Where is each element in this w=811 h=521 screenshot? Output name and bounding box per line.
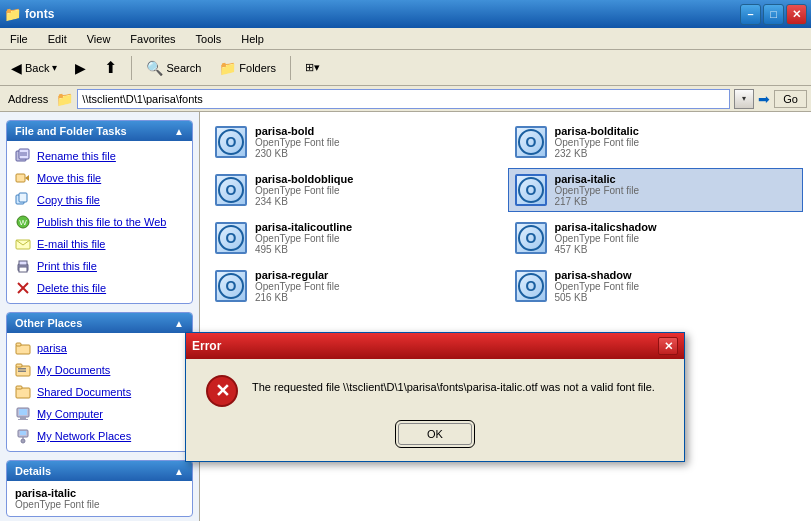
go-arrow-icon: ➡ bbox=[758, 91, 770, 107]
address-label: Address bbox=[4, 93, 52, 105]
file-tasks-header[interactable]: File and Folder Tasks ▲ bbox=[7, 121, 192, 141]
email-label: E-mail this file bbox=[37, 238, 105, 250]
menu-file[interactable]: File bbox=[4, 31, 34, 47]
file-icon-parisa-boldoblique: O bbox=[215, 174, 247, 206]
go-button[interactable]: Go bbox=[774, 90, 807, 108]
menu-favorites[interactable]: Favorites bbox=[124, 31, 181, 47]
file-size-parisa-bold: 230 KB bbox=[255, 148, 340, 159]
sidebar-item-copy[interactable]: Copy this file bbox=[7, 189, 192, 211]
file-item-parisa-shadow[interactable]: O parisa-shadow OpenType Font file 505 K… bbox=[508, 264, 804, 308]
file-size-parisa-italicoutline: 495 KB bbox=[255, 244, 352, 255]
file-type-parisa-italicoutline: OpenType Font file bbox=[255, 233, 352, 244]
sidebar-item-delete[interactable]: Delete this file bbox=[7, 277, 192, 299]
folders-button[interactable]: 📁 Folders bbox=[212, 56, 283, 80]
file-name-parisa-boldoblique: parisa-boldoblique bbox=[255, 173, 353, 185]
file-item-parisa-boldoblique[interactable]: O parisa-boldoblique OpenType Font file … bbox=[208, 168, 504, 212]
mycomputer-label: My Computer bbox=[37, 408, 103, 420]
dialog-title-bar: Error ✕ bbox=[186, 333, 684, 359]
address-input[interactable] bbox=[77, 89, 730, 109]
shared-documents-icon bbox=[15, 384, 31, 400]
svg-rect-25 bbox=[19, 409, 27, 415]
sidebar-item-mynetwork[interactable]: My Network Places bbox=[7, 425, 192, 447]
file-item-parisa-regular[interactable]: O parisa-regular OpenType Font file 216 … bbox=[208, 264, 504, 308]
svg-rect-7 bbox=[19, 193, 27, 202]
views-button[interactable]: ⊞▾ bbox=[298, 57, 327, 78]
file-type-parisa-regular: OpenType Font file bbox=[255, 281, 340, 292]
search-icon: 🔍 bbox=[146, 60, 163, 76]
svg-rect-1 bbox=[19, 149, 29, 159]
sidebar-item-publish[interactable]: W Publish this file to the Web bbox=[7, 211, 192, 233]
back-dropdown-icon: ▾ bbox=[52, 62, 57, 73]
sidebar-item-parisa[interactable]: parisa bbox=[7, 337, 192, 359]
svg-rect-27 bbox=[18, 419, 28, 420]
sidebar-item-print[interactable]: Print this file bbox=[7, 255, 192, 277]
close-button[interactable]: ✕ bbox=[786, 4, 807, 25]
email-icon bbox=[15, 236, 31, 252]
svg-rect-29 bbox=[20, 431, 26, 435]
file-item-parisa-italicoutline[interactable]: O parisa-italicoutline OpenType Font fil… bbox=[208, 216, 504, 260]
dialog-title: Error bbox=[192, 339, 221, 353]
menu-bar: File Edit View Favorites Tools Help bbox=[0, 28, 811, 50]
toolbar: ◀ Back ▾ ▶ ⬆ 🔍 Search 📁 Folders ⊞▾ bbox=[0, 50, 811, 86]
dialog-close-button[interactable]: ✕ bbox=[658, 337, 678, 355]
menu-view[interactable]: View bbox=[81, 31, 117, 47]
publish-icon: W bbox=[15, 214, 31, 230]
minimize-button[interactable]: – bbox=[740, 4, 761, 25]
my-network-icon bbox=[15, 428, 31, 444]
file-info-parisa-italicoutline: parisa-italicoutline OpenType Font file … bbox=[255, 221, 352, 255]
svg-rect-26 bbox=[20, 417, 26, 419]
shareddocs-label: Shared Documents bbox=[37, 386, 131, 398]
file-item-parisa-italicshadow[interactable]: O parisa-italicshadow OpenType Font file… bbox=[508, 216, 804, 260]
file-info-parisa-boldoblique: parisa-boldoblique OpenType Font file 23… bbox=[255, 173, 353, 207]
svg-rect-17 bbox=[16, 343, 21, 346]
file-name-parisa-regular: parisa-regular bbox=[255, 269, 340, 281]
sidebar-item-email[interactable]: E-mail this file bbox=[7, 233, 192, 255]
other-places-title: Other Places bbox=[15, 317, 82, 329]
up-button[interactable]: ⬆ bbox=[97, 54, 124, 81]
file-type-parisa-shadow: OpenType Font file bbox=[555, 281, 640, 292]
menu-tools[interactable]: Tools bbox=[190, 31, 228, 47]
search-button[interactable]: 🔍 Search bbox=[139, 56, 208, 80]
file-item-parisa-bold[interactable]: O parisa-bold OpenType Font file 230 KB bbox=[208, 120, 504, 164]
sidebar-item-mydocs[interactable]: My Documents bbox=[7, 359, 192, 381]
sidebar-item-mycomputer[interactable]: My Computer bbox=[7, 403, 192, 425]
back-icon: ◀ bbox=[11, 60, 22, 76]
sidebar-item-move[interactable]: Move this file bbox=[7, 167, 192, 189]
file-item-parisa-italic[interactable]: O parisa-italic OpenType Font file 217 K… bbox=[508, 168, 804, 212]
menu-edit[interactable]: Edit bbox=[42, 31, 73, 47]
back-label: Back bbox=[25, 62, 49, 74]
details-section: Details ▲ parisa-italic OpenType Font fi… bbox=[6, 460, 193, 517]
file-size-parisa-italic: 217 KB bbox=[555, 196, 640, 207]
svg-rect-21 bbox=[18, 371, 26, 373]
delete-icon bbox=[15, 280, 31, 296]
other-places-body: parisa My Documents Shared Documents bbox=[7, 333, 192, 451]
dialog-ok-button[interactable]: OK bbox=[398, 423, 472, 445]
file-type-parisa-bolditalic: OpenType Font file bbox=[555, 137, 640, 148]
file-size-parisa-boldoblique: 234 KB bbox=[255, 196, 353, 207]
file-info-parisa-italicshadow: parisa-italicshadow OpenType Font file 4… bbox=[555, 221, 657, 255]
file-icon-parisa-italicoutline: O bbox=[215, 222, 247, 254]
maximize-button[interactable]: □ bbox=[763, 4, 784, 25]
file-name-parisa-bold: parisa-bold bbox=[255, 125, 340, 137]
menu-help[interactable]: Help bbox=[235, 31, 270, 47]
file-icon-parisa-shadow: O bbox=[515, 270, 547, 302]
file-type-parisa-bold: OpenType Font file bbox=[255, 137, 340, 148]
file-item-parisa-bolditalic[interactable]: O parisa-bolditalic OpenType Font file 2… bbox=[508, 120, 804, 164]
forward-button[interactable]: ▶ bbox=[68, 56, 93, 80]
sidebar-item-shareddocs[interactable]: Shared Documents bbox=[7, 381, 192, 403]
sidebar-item-rename[interactable]: Rename this file bbox=[7, 145, 192, 167]
svg-point-30 bbox=[21, 439, 25, 443]
file-icon-parisa-bold: O bbox=[215, 126, 247, 158]
file-size-parisa-bolditalic: 232 KB bbox=[555, 148, 640, 159]
print-icon bbox=[15, 258, 31, 274]
file-info-parisa-regular: parisa-regular OpenType Font file 216 KB bbox=[255, 269, 340, 303]
address-dropdown-button[interactable]: ▾ bbox=[734, 89, 754, 109]
details-filetype: OpenType Font file bbox=[15, 499, 184, 510]
search-label: Search bbox=[166, 62, 201, 74]
file-info-parisa-shadow: parisa-shadow OpenType Font file 505 KB bbox=[555, 269, 640, 303]
details-header[interactable]: Details ▲ bbox=[7, 461, 192, 481]
file-tasks-section: File and Folder Tasks ▲ Rename this file… bbox=[6, 120, 193, 304]
other-places-header[interactable]: Other Places ▲ bbox=[7, 313, 192, 333]
file-type-parisa-italic: OpenType Font file bbox=[555, 185, 640, 196]
back-button[interactable]: ◀ Back ▾ bbox=[4, 56, 64, 80]
